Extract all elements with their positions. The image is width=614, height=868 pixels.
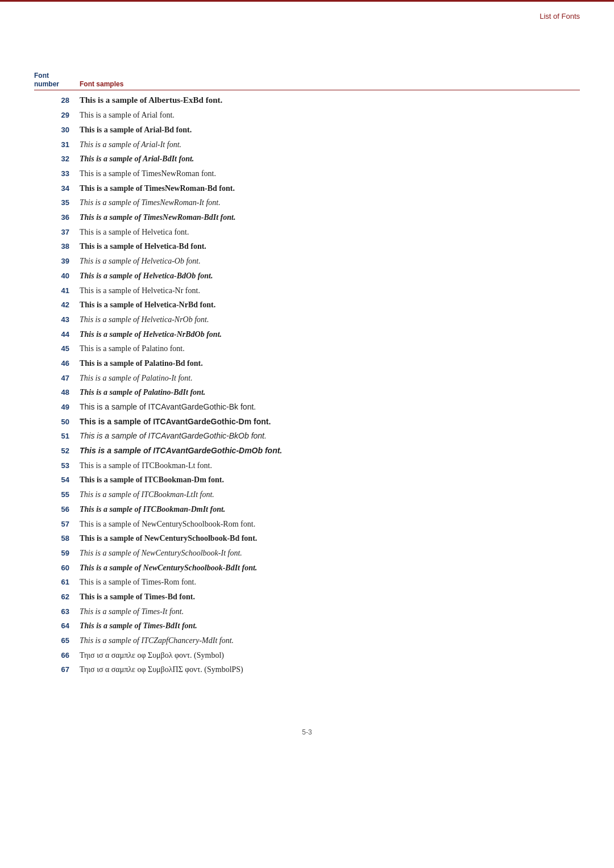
font-row: 44This is a sample of Helvetica-NrBdOb f… <box>34 327 580 342</box>
font-row: 48This is a sample of Palatino-BdIt font… <box>34 385 580 400</box>
font-sample: Τηισ ισ α σαμπλε οφ ΣυμβολΠΣ φοντ. (Symb… <box>80 663 580 676</box>
font-sample: This is a sample of Helvetica-NrBdOb fon… <box>80 328 580 341</box>
font-sample: This is a sample of Times-BdIt font. <box>80 620 580 632</box>
font-row: 50This is a sample of ITCAvantGardeGothi… <box>34 415 580 429</box>
font-row: 57This is a sample of NewCenturySchoolbo… <box>34 517 580 532</box>
font-number: 64 <box>34 620 80 632</box>
font-number: 35 <box>34 197 80 208</box>
font-number: 50 <box>34 416 80 428</box>
font-sample: This is a sample of TimesNewRoman-Bd fon… <box>80 182 580 195</box>
font-row: 29This is a sample of Arial font. <box>34 108 580 123</box>
font-number: 31 <box>34 139 80 151</box>
font-sample: This is a sample of Arial-Bd font. <box>80 124 580 136</box>
page-number: 5-3 <box>302 728 312 736</box>
column-header-row: number Font samples <box>34 80 580 90</box>
font-sample: Τηισ ισ α σαμπλε οφ Συμβολ φοντ. (Symbol… <box>80 649 580 662</box>
font-row: 62This is a sample of Times-Bd font. <box>34 590 580 604</box>
font-sample: This is a sample of Helvetica-NrBd font. <box>80 299 580 311</box>
font-sample: This is a sample of NewCenturySchoolbook… <box>80 532 580 545</box>
font-row: 40This is a sample of Helvetica-BdOb fon… <box>34 269 580 283</box>
font-sample: This is a sample of NewCenturySchoolbook… <box>80 518 580 531</box>
font-row: 32This is a sample of Arial-BdIt font. <box>34 152 580 166</box>
font-sample: This is a sample of ITCAvantGardeGothic-… <box>80 416 580 428</box>
font-number: 40 <box>34 270 80 282</box>
font-sample: This is a sample of Helvetica font. <box>80 226 580 239</box>
font-number: 48 <box>34 387 80 398</box>
font-number: 34 <box>34 183 80 194</box>
font-number: 29 <box>34 110 80 121</box>
font-row: 65This is a sample of ITCZapfChancery-Md… <box>34 633 580 648</box>
number-column-label: number <box>34 80 80 88</box>
font-row: 35This is a sample of TimesNewRoman-It f… <box>34 195 580 210</box>
font-number: 28 <box>34 95 80 106</box>
font-number: 42 <box>34 299 80 311</box>
font-sample: This is a sample of NewCenturySchoolbook… <box>80 562 580 574</box>
font-row: 42This is a sample of Helvetica-NrBd fon… <box>34 298 580 312</box>
font-column-label: Font <box>34 72 580 80</box>
font-number: 33 <box>34 168 80 180</box>
font-sample: This is a sample of TimesNewRoman font. <box>80 168 580 180</box>
page-footer: 5-3 <box>0 728 614 748</box>
font-sample: This is a sample of Palatino-BdIt font. <box>80 386 580 399</box>
column-headers: Font number Font samples <box>34 72 580 90</box>
font-sample: This is a sample of NewCenturySchoolbook… <box>80 547 580 560</box>
font-number: 61 <box>34 577 80 588</box>
font-sample: This is a sample of ITCBookman-Lt font. <box>80 460 580 472</box>
font-sample: This is a sample of Helvetica-NrOb font. <box>80 314 580 326</box>
font-row: 56This is a sample of ITCBookman-DmIt fo… <box>34 502 580 517</box>
font-sample: This is a sample of Times-It font. <box>80 606 580 618</box>
font-sample: This is a sample of TimesNewRoman-It fon… <box>80 197 580 209</box>
font-row: 43This is a sample of Helvetica-NrOb fon… <box>34 312 580 327</box>
font-number: 59 <box>34 548 80 559</box>
font-number: 43 <box>34 314 80 326</box>
font-number: 38 <box>34 241 80 252</box>
font-number: 51 <box>34 431 80 442</box>
samples-column-label: Font samples <box>80 80 123 88</box>
font-number: 58 <box>34 533 80 544</box>
font-sample: This is a sample of ITCAvantGardeGothic-… <box>80 445 580 457</box>
font-row: 60This is a sample of NewCenturySchoolbo… <box>34 561 580 575</box>
font-row: 54This is a sample of ITCBookman-Dm font… <box>34 473 580 487</box>
font-sample: This is a sample of Helvetica-BdOb font. <box>80 270 580 282</box>
font-row: 38This is a sample of Helvetica-Bd font. <box>34 239 580 254</box>
font-row: 55This is a sample of ITCBookman-LtIt fo… <box>34 487 580 502</box>
font-row: 41This is a sample of Helvetica-Nr font. <box>34 283 580 298</box>
list-of-fonts-link[interactable]: List of Fonts <box>540 12 580 20</box>
font-sample: This is a sample of Arial-BdIt font. <box>80 153 580 165</box>
font-number: 37 <box>34 227 80 238</box>
font-number: 32 <box>34 153 80 165</box>
font-sample: This is a sample of ITCAvantGardeGothic-… <box>80 430 580 443</box>
font-row: 64This is a sample of Times-BdIt font. <box>34 619 580 633</box>
font-row: 51This is a sample of ITCAvantGardeGothi… <box>34 429 580 444</box>
font-row: 46This is a sample of Palatino-Bd font. <box>34 356 580 371</box>
font-row: 28This is a sample of Albertus-ExBd font… <box>34 93 580 108</box>
font-list: 28This is a sample of Albertus-ExBd font… <box>34 93 580 677</box>
font-number: 62 <box>34 591 80 603</box>
font-row: 39This is a sample of Helvetica-Ob font. <box>34 254 580 269</box>
font-sample: This is a sample of Times-Bd font. <box>80 591 580 603</box>
font-sample: This is a sample of ITCBookman-LtIt font… <box>80 489 580 501</box>
font-number: 44 <box>34 329 80 340</box>
header-area: List of Fonts <box>0 2 614 26</box>
font-sample: This is a sample of ITCAvantGardeGothic-… <box>80 401 580 414</box>
main-content: Font number Font samples 28This is a sam… <box>0 26 614 711</box>
font-sample: This is a sample of Helvetica-Nr font. <box>80 285 580 297</box>
font-number: 41 <box>34 285 80 297</box>
font-sample: This is a sample of Albertus-ExBd font. <box>80 94 580 107</box>
font-sample: This is a sample of ITCBookman-Dm font. <box>80 474 580 486</box>
font-row: 66Τηισ ισ α σαμπλε οφ Συμβολ φοντ. (Symb… <box>34 648 580 663</box>
font-row: 34This is a sample of TimesNewRoman-Bd f… <box>34 181 580 196</box>
font-row: 53This is a sample of ITCBookman-Lt font… <box>34 458 580 473</box>
font-row: 61This is a sample of Times-Rom font. <box>34 575 580 590</box>
font-row: 31This is a sample of Arial-It font. <box>34 137 580 152</box>
font-sample: This is a sample of Arial font. <box>80 109 580 122</box>
font-number: 57 <box>34 519 80 530</box>
font-number: 30 <box>34 124 80 136</box>
font-row: 58This is a sample of NewCenturySchoolbo… <box>34 531 580 546</box>
font-row: 30This is a sample of Arial-Bd font. <box>34 123 580 137</box>
font-row: 33This is a sample of TimesNewRoman font… <box>34 166 580 181</box>
font-number: 66 <box>34 650 80 661</box>
font-row: 63This is a sample of Times-It font. <box>34 604 580 619</box>
font-number: 46 <box>34 358 80 369</box>
font-row: 45This is a sample of Palatino font. <box>34 341 580 356</box>
